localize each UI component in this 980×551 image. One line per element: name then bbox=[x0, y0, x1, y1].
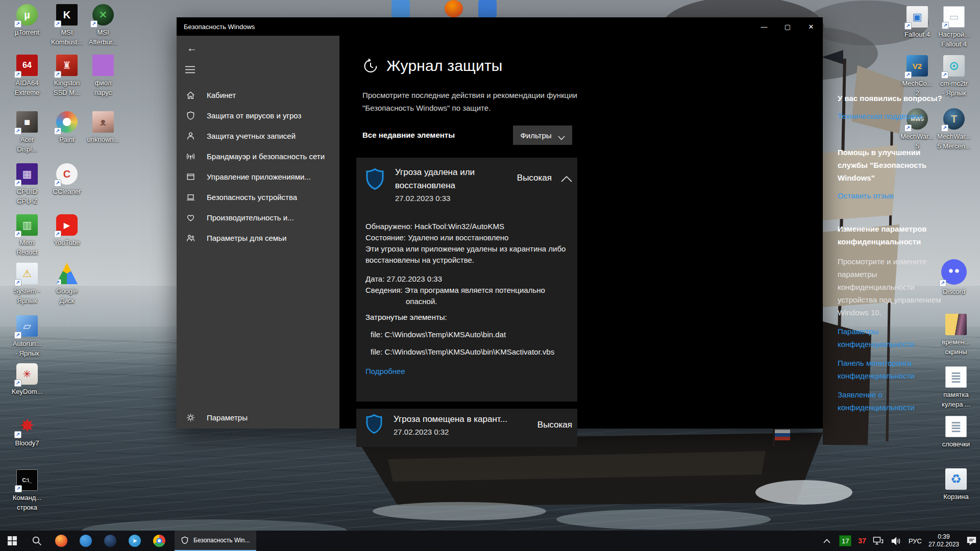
sidebar-item-device-health[interactable]: Производительность и... bbox=[177, 207, 339, 228]
desktop-icon-aida64[interactable]: 64↗AIDA64Extreme bbox=[8, 55, 46, 97]
taskbar-chrome-icon[interactable] bbox=[147, 531, 172, 551]
msi-afterburner-icon: ✕↗ bbox=[92, 4, 114, 26]
taskbar-firefox-icon[interactable] bbox=[49, 531, 74, 551]
chevron-up-icon[interactable] bbox=[561, 175, 572, 181]
desktop-icon-unknown-photo[interactable]: ᴥunknown... bbox=[84, 111, 122, 144]
desktop-icon-label: KeyDom... bbox=[12, 387, 43, 396]
desktop-icon-system-shortcut[interactable]: ⚠↗System -Ярлык bbox=[8, 263, 46, 306]
privacy-heading: Изменение параметров конфиденциальности bbox=[838, 222, 952, 248]
desktop-icon-words-note[interactable]: ≣словечки bbox=[937, 416, 975, 449]
shortcut-arrow-icon: ↗ bbox=[90, 20, 97, 28]
shortcut-arrow-icon: ↗ bbox=[54, 20, 61, 28]
help-heading: Помощь в улучшении службы "Безопасность … bbox=[838, 146, 937, 184]
shortcut-arrow-icon: ↗ bbox=[54, 231, 61, 238]
sidebar-item-label: Защита от вирусов и угроз bbox=[207, 111, 301, 120]
taskbar: ➤ Безопасность Win... 17 37 РУС 0:39 27.… bbox=[0, 531, 980, 551]
tray-expand-chevron[interactable] bbox=[821, 535, 832, 546]
desktop-icon-autorun[interactable]: ▱↗Autorun...- Ярлык bbox=[8, 315, 46, 358]
google-drive-icon: ↗ bbox=[56, 263, 78, 284]
desktop-icon-paint[interactable]: ↗Paint bbox=[48, 111, 86, 144]
desktop-icon-label: Настрой...Fallout 4 bbox=[938, 30, 970, 49]
support-link[interactable]: Техническая поддержка bbox=[838, 110, 937, 122]
questions-heading: У вас появились вопросы? bbox=[838, 92, 951, 105]
sidebar-item-firewall[interactable]: Брандмауэр и безопасность сети bbox=[177, 146, 339, 166]
network-icon bbox=[186, 152, 195, 161]
sidebar-item-home[interactable]: Кабинет bbox=[177, 85, 339, 105]
desktop-icon-fiol-parus[interactable]: фиолпарус bbox=[84, 55, 122, 97]
desktop-icon-label: CPUIDCPU-Z bbox=[17, 187, 37, 206]
sidebar-item-label: Безопасность устройства bbox=[207, 193, 297, 202]
gear-icon bbox=[186, 413, 195, 422]
desktop-icon-ccleaner[interactable]: C↗CCleaner bbox=[48, 163, 86, 196]
gpu-temp-badge[interactable]: 37 bbox=[858, 537, 866, 545]
cpu-temp-badge[interactable]: 17 bbox=[839, 535, 851, 546]
acer-display-icon: ■↗ bbox=[16, 111, 38, 133]
start-button[interactable] bbox=[0, 531, 24, 551]
desktop-icon-top-icon-1[interactable] bbox=[382, 0, 420, 17]
desktop-icon-kingston-ssd[interactable]: ♜↗KingstonSSD M... bbox=[48, 55, 86, 97]
threat-details: Сведения: Эта программа является потенци… bbox=[365, 285, 568, 307]
desktop-icon-cpuz[interactable]: ▦↗CPUIDCPU-Z bbox=[8, 163, 46, 206]
shortcut-arrow-icon: ↗ bbox=[904, 71, 912, 79]
mem-reduct-icon: ▥↗ bbox=[16, 214, 38, 236]
titlebar[interactable]: Безопасность Windows — ▢ ✕ bbox=[177, 17, 823, 36]
privacy-statement-link[interactable]: Заявление о конфиденциальности bbox=[838, 388, 940, 414]
taskbar-steam-icon[interactable] bbox=[98, 531, 122, 551]
desktop-icon-fallout4-settings[interactable]: ▭↗Настрой...Fallout 4 bbox=[935, 6, 973, 49]
desktop-icon-fallout4[interactable]: ▣↗Fallout 4 bbox=[898, 6, 936, 39]
laptop-icon bbox=[186, 192, 195, 202]
clock[interactable]: 0:39 27.02.2023 bbox=[928, 533, 959, 548]
maximize-button[interactable]: ▢ bbox=[776, 17, 799, 36]
filters-button[interactable]: Фильтры bbox=[513, 126, 572, 145]
sidebar-item-account-protection[interactable]: Защита учетных записей bbox=[177, 126, 339, 146]
desktop-icon-keydom[interactable]: ✳↗KeyDom... bbox=[8, 363, 46, 396]
window-title: Безопасность Windows bbox=[177, 23, 255, 31]
feedback-link[interactable]: Оставить отзыв bbox=[838, 189, 951, 202]
sidebar: ← КабинетЗащита от вирусов и угрозЗащита… bbox=[177, 36, 339, 429]
desktop-icon-acer-display[interactable]: ■↗AcerDispl... bbox=[8, 111, 46, 154]
minimize-button[interactable]: — bbox=[752, 17, 776, 36]
back-button[interactable]: ← bbox=[185, 41, 199, 55]
desktop-icon-utorrent[interactable]: µ↗µTorrent bbox=[8, 4, 46, 37]
privacy-settings-link[interactable]: Параметры конфиденциальности bbox=[838, 325, 940, 350]
severity-badge: Высокая bbox=[537, 420, 572, 430]
shortcut-arrow-icon: ↗ bbox=[941, 71, 948, 79]
desktop-icon-recycle-bin[interactable]: ♻Корзина bbox=[937, 468, 975, 502]
desktop-icon-cmd[interactable]: C:\_↗Команд...строка bbox=[8, 469, 46, 512]
page-title: Журнал защиты bbox=[386, 57, 503, 74]
main-content: Журнал защиты Просмотрите последние дейс… bbox=[339, 36, 823, 429]
privacy-dashboard-link[interactable]: Панель мониторинга конфиденциальности bbox=[838, 357, 940, 382]
autorun-icon: ▱↗ bbox=[16, 315, 38, 337]
action-center-icon[interactable] bbox=[966, 535, 977, 546]
threat-card-collapsed[interactable]: Угроза помещена в карант... 27.02.2023 0… bbox=[356, 409, 577, 447]
network-icon[interactable] bbox=[873, 535, 884, 546]
desktop-icon-label: AcerDispl... bbox=[17, 135, 37, 154]
desktop-icon-mem-reduct[interactable]: ▥↗MemReduct bbox=[8, 214, 46, 257]
close-button[interactable]: ✕ bbox=[799, 17, 823, 36]
taskbar-telegram-icon[interactable]: ➤ bbox=[122, 531, 147, 551]
desktop-icon-label: Fallout 4 bbox=[904, 30, 930, 39]
desktop-icon-msi-afterburner[interactable]: ✕↗MSIAfterbur... bbox=[84, 4, 122, 47]
shortcut-arrow-icon: ↗ bbox=[54, 71, 61, 78]
threat-card-expanded[interactable]: Угроза удалена или восстановлена 27.02.2… bbox=[356, 158, 577, 402]
hamburger-menu-icon[interactable] bbox=[184, 63, 196, 76]
active-task-windows-security[interactable]: Безопасность Win... bbox=[175, 531, 256, 551]
language-indicator[interactable]: РУС bbox=[909, 537, 922, 545]
desktop-icon-bloody7[interactable]: ✸↗Bloody7 bbox=[8, 415, 46, 448]
desktop-icon-top-icon-2[interactable] bbox=[435, 0, 473, 17]
threat-date: 27.02.2023 0:33 bbox=[395, 194, 506, 203]
desktop-icon-google-drive[interactable]: ↗GoogleДиск bbox=[48, 263, 86, 306]
sidebar-item-settings[interactable]: Параметры bbox=[177, 407, 339, 428]
desktop-icon-top-icon-3[interactable] bbox=[469, 0, 506, 17]
sidebar-item-app-control[interactable]: Управление приложениями... bbox=[177, 166, 339, 187]
desktop-icon-msi-kombustor[interactable]: K↗MSIKombust... bbox=[48, 4, 86, 47]
shortcut-arrow-icon: ↗ bbox=[14, 20, 21, 28]
search-icon[interactable] bbox=[24, 531, 49, 551]
sidebar-item-virus-protection[interactable]: Защита от вирусов и угроз bbox=[177, 105, 339, 126]
taskbar-thunderbird-icon[interactable] bbox=[74, 531, 98, 551]
more-details-link[interactable]: Подробнее bbox=[365, 366, 568, 377]
volume-icon[interactable] bbox=[891, 535, 902, 546]
sidebar-item-family-options[interactable]: Параметры для семьи bbox=[177, 228, 339, 248]
desktop-icon-youtube[interactable]: ▶↗YouTube bbox=[48, 214, 86, 247]
sidebar-item-device-security[interactable]: Безопасность устройства bbox=[177, 187, 339, 207]
